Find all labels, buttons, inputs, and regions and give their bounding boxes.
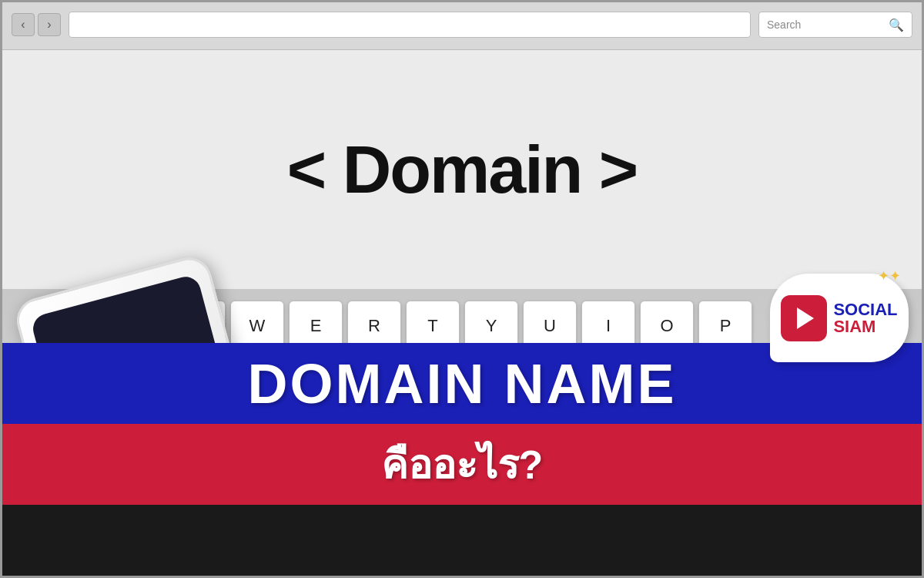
banner-blue-text: DOMAIN NAME [248,352,677,415]
logo-icon-wrap [781,295,827,341]
logo-text: SOCIAL SIAM [833,301,897,335]
logo-siam-text: SIAM [833,318,875,335]
bottom-strip [0,505,924,578]
domain-section: < Domain > [0,50,924,289]
search-text: Search [767,18,801,31]
main-content: < Domain > Q W E R T Y U I O P [0,50,924,578]
address-bar[interactable] [69,12,751,38]
banner-red: คืออะไร? [0,424,924,505]
social-siam-logo: SOCIAL SIAM ✦✦ [770,274,909,374]
nav-buttons: ‹ › [12,13,61,36]
forward-button[interactable]: › [38,13,61,36]
search-icon: 🔍 [889,18,904,32]
logo-bubble: SOCIAL SIAM ✦✦ [770,274,909,362]
domain-title: < Domain > [287,130,637,209]
search-bar-container[interactable]: Search 🔍 [758,12,912,38]
main-container: ‹ › Search 🔍 < Domain > Q W E R T [0,0,924,578]
play-icon [797,307,814,329]
banner-red-text: คืออะไร? [381,432,544,496]
browser-bar: ‹ › Search 🔍 [0,0,924,50]
logo-stars: ✦✦ [878,267,901,284]
back-button[interactable]: ‹ [12,13,35,36]
logo-social-text: SOCIAL [833,301,897,318]
